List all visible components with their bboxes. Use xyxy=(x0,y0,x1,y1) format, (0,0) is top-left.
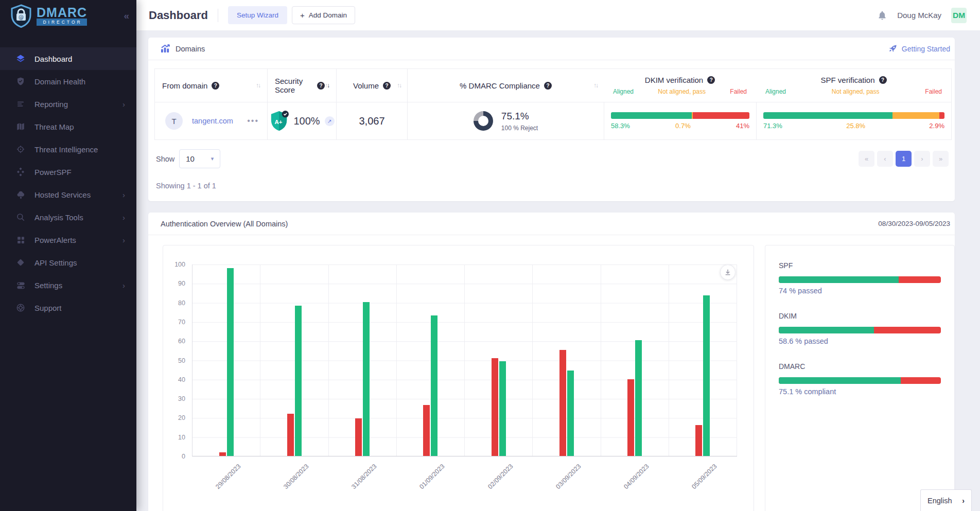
sort-icon[interactable]: ↑↓ xyxy=(593,82,598,89)
help-icon[interactable]: ? xyxy=(879,76,887,84)
notification-bell-icon[interactable] xyxy=(877,10,887,21)
sidebar-item-settings[interactable]: Settings› xyxy=(0,274,136,296)
sidebar-item-hosted-services[interactable]: Hosted Services› xyxy=(0,183,136,206)
sort-icon[interactable]: ↑↓ xyxy=(256,82,260,89)
dkim-failed-value: 41% xyxy=(736,122,749,130)
spf-notaligned-value: 25.8% xyxy=(782,122,929,130)
language-selector[interactable]: English › xyxy=(920,489,972,511)
user-name[interactable]: Doug McKay xyxy=(897,11,941,20)
logo-shield-icon: @ xyxy=(10,4,32,28)
domain-link[interactable]: tangent.com xyxy=(192,117,233,125)
stat-label: DKIM xyxy=(779,312,941,320)
diamonds-icon xyxy=(15,167,26,177)
spf-verification-bar xyxy=(763,112,944,119)
chart-bar-failed xyxy=(355,418,362,456)
spf-failed-value: 2.9% xyxy=(929,122,944,130)
toggles-icon xyxy=(15,280,26,290)
chart-column xyxy=(329,265,397,456)
x-axis-label: 03/09/2023 xyxy=(554,463,582,490)
not-aligned-pass-segment xyxy=(892,112,939,119)
sidebar-item-dashboard[interactable]: Dashboard xyxy=(0,47,136,70)
col-header-dmarc-compliance[interactable]: % DMARC Compliance ? ↑↓ xyxy=(407,69,604,102)
sidebar-item-api-settings[interactable]: API Settings xyxy=(0,251,136,274)
shield-check-icon xyxy=(15,76,26,86)
row-menu-icon[interactable]: ••• xyxy=(247,116,259,126)
report-lines-icon xyxy=(15,99,26,109)
chevron-right-icon: › xyxy=(122,190,125,199)
title-divider xyxy=(218,9,218,22)
sidebar-collapse-icon[interactable]: « xyxy=(124,10,128,22)
auth-overview-title: Authentication Overview (All Domains) xyxy=(161,220,288,228)
chart-download-button[interactable] xyxy=(720,265,736,280)
chart-bar-passed xyxy=(227,268,234,456)
sort-icon-active[interactable]: ↑↓ xyxy=(325,82,329,89)
sidebar-item-analysis-tools[interactable]: Analysis Tools› xyxy=(0,206,136,228)
pagination-prev-button[interactable]: ‹ xyxy=(877,151,893,167)
y-axis-tick-label: 0 xyxy=(182,453,185,460)
page-size-select[interactable]: 10 ▾ xyxy=(179,149,220,168)
pagination: « ‹ 1 › » xyxy=(859,151,949,167)
pagination-last-button[interactable]: » xyxy=(933,151,949,167)
dmarc-donut-chart xyxy=(474,111,493,131)
brand-subtitle: DIRECTOR xyxy=(37,19,87,26)
sidebar-item-threat-map[interactable]: Threat Map xyxy=(0,115,136,138)
cloud-icon xyxy=(15,189,26,200)
chart-bar-passed xyxy=(635,340,642,456)
col-header-security-score[interactable]: Security Score ? ↑↓ xyxy=(267,69,336,102)
chart-bar-passed xyxy=(499,361,506,456)
help-icon[interactable]: ? xyxy=(544,82,552,90)
sidebar-item-poweralerts[interactable]: PowerAlerts› xyxy=(0,228,136,251)
help-icon[interactable]: ? xyxy=(383,82,391,90)
diamond-icon xyxy=(15,257,26,268)
chart-bar-failed xyxy=(423,405,430,456)
table-row-dmarc-cell: 75.1% 100 % Reject xyxy=(407,102,604,139)
domains-panel: Domains Getting Started From domain ? xyxy=(148,38,955,201)
dkim-notaligned-value: 0.7% xyxy=(630,122,736,130)
add-domain-button[interactable]: + Add Domain xyxy=(292,6,355,24)
col-header-volume[interactable]: Volume ? ↑↓ xyxy=(336,69,407,102)
sidebar-item-support[interactable]: Support xyxy=(0,296,136,319)
dmarc-compliance-value: 75.1% xyxy=(501,111,538,122)
pagination-first-button[interactable]: « xyxy=(859,151,874,167)
chart-bar-failed xyxy=(627,379,634,456)
chart-bar-passed xyxy=(363,302,370,456)
x-axis-label: 01/09/2023 xyxy=(418,463,446,490)
svg-text:@: @ xyxy=(19,14,24,20)
show-label: Show xyxy=(156,155,174,163)
crosshair-icon xyxy=(15,144,26,154)
security-score-value: 100% xyxy=(293,115,320,127)
stat-text: 75.1 % compliant xyxy=(779,387,941,396)
col-header-from-domain[interactable]: From domain ? ↑↓ xyxy=(155,69,267,102)
sidebar-item-reporting[interactable]: Reporting› xyxy=(0,93,136,115)
help-icon[interactable]: ? xyxy=(317,82,325,90)
stat-label: SPF xyxy=(779,261,941,270)
sort-icon[interactable]: ↑↓ xyxy=(397,82,401,89)
getting-started-link[interactable]: Getting Started xyxy=(888,44,950,54)
sidebar-item-threat-intelligence[interactable]: Threat Intelligence xyxy=(0,138,136,161)
user-avatar[interactable]: DM xyxy=(951,8,967,23)
chart-bar-failed xyxy=(559,350,566,456)
topbar: Dashboard Setup Wizard + Add Domain Doug… xyxy=(136,0,980,31)
chevron-right-icon: › xyxy=(122,236,125,244)
chart-column xyxy=(397,265,465,456)
aligned-segment xyxy=(611,112,692,119)
external-link-icon[interactable]: ↗ xyxy=(325,116,335,126)
auth-stats-card: SPF74 % passedDKIM58.6 % passedDMARC75.1… xyxy=(765,245,955,511)
help-icon[interactable]: ? xyxy=(212,82,219,90)
sidebar-item-domain-health[interactable]: Domain Health xyxy=(0,70,136,93)
stat-progress-bar xyxy=(779,276,941,283)
auth-stat-spf: SPF74 % passed xyxy=(779,261,941,295)
chart-bar-passed xyxy=(295,306,302,456)
sidebar-item-powerspf[interactable]: PowerSPF xyxy=(0,161,136,183)
y-axis-tick-label: 30 xyxy=(178,395,185,402)
pagination-next-button[interactable]: › xyxy=(914,151,930,167)
stat-text: 58.6 % passed xyxy=(779,337,941,345)
x-axis-label: 05/09/2023 xyxy=(691,463,719,490)
lifebuoy-icon xyxy=(15,303,26,313)
table-summary: Showing 1 - 1 of 1 xyxy=(154,182,952,190)
pagination-page-1[interactable]: 1 xyxy=(896,151,912,167)
sidebar-nav: DashboardDomain HealthReporting›Threat M… xyxy=(0,32,136,319)
setup-wizard-button[interactable]: Setup Wizard xyxy=(228,6,287,24)
help-icon[interactable]: ? xyxy=(707,76,715,84)
y-axis-tick-label: 90 xyxy=(178,280,185,287)
